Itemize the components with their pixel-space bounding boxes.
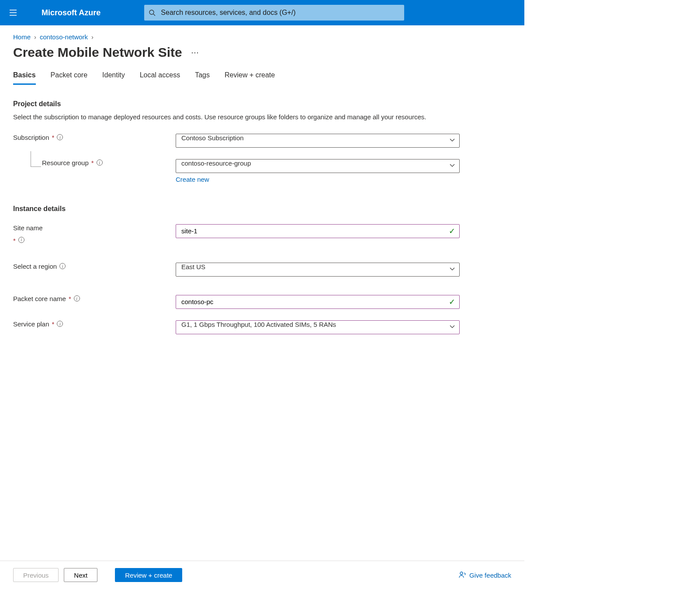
tab-packet-core[interactable]: Packet core [51, 69, 87, 85]
info-icon[interactable]: i [57, 134, 63, 140]
chevron-right-icon: › [34, 33, 36, 41]
project-details-desc: Select the subscription to manage deploy… [13, 112, 433, 122]
region-label: Select a region [13, 263, 57, 270]
more-icon[interactable]: ⋯ [191, 48, 200, 57]
instance-details-title: Instance details [13, 205, 511, 213]
region-select[interactable]: East US [176, 263, 460, 277]
tab-basics[interactable]: Basics [13, 69, 36, 85]
project-details-title: Project details [13, 100, 511, 108]
info-icon[interactable]: i [57, 321, 63, 327]
top-bar: Microsoft Azure [0, 0, 524, 25]
search-icon [149, 9, 156, 16]
service-plan-select[interactable]: G1, 1 Gbps Throughput, 100 Activated SIM… [176, 320, 460, 334]
required-asterisk: * [69, 295, 71, 302]
brand-label: Microsoft Azure [42, 8, 100, 17]
site-name-input[interactable] [176, 224, 460, 238]
info-icon[interactable]: i [74, 295, 80, 301]
breadcrumb-network[interactable]: contoso-network [40, 33, 88, 41]
required-asterisk: * [52, 320, 55, 328]
svg-point-3 [149, 10, 154, 14]
tab-tags[interactable]: Tags [195, 69, 210, 85]
info-icon[interactable]: i [18, 237, 24, 243]
subscription-label: Subscription [13, 134, 49, 141]
resource-group-label: Resource group [42, 159, 89, 166]
create-new-link[interactable]: Create new [176, 176, 209, 183]
tab-identity[interactable]: Identity [102, 69, 125, 85]
resource-group-select[interactable]: contoso-resource-group [176, 159, 460, 173]
tabs: Basics Packet core Identity Local access… [13, 69, 511, 85]
required-asterisk: * [91, 159, 94, 166]
packet-core-name-label: Packet core name [13, 295, 66, 302]
hamburger-menu-icon[interactable] [4, 4, 22, 21]
required-asterisk: * [13, 237, 16, 244]
main-content: Home › contoso-network › Create Mobile N… [0, 25, 524, 387]
svg-line-4 [153, 14, 155, 16]
global-search[interactable] [144, 5, 404, 21]
search-input[interactable] [161, 9, 400, 17]
indent-connector [31, 151, 41, 167]
site-name-label: Site name [13, 224, 43, 232]
required-asterisk: * [52, 134, 55, 141]
info-icon[interactable]: i [97, 159, 103, 166]
service-plan-label: Service plan [13, 320, 49, 328]
breadcrumb-home[interactable]: Home [13, 33, 31, 41]
info-icon[interactable]: i [59, 263, 66, 269]
page-title: Create Mobile Network Site [13, 45, 182, 60]
packet-core-name-input[interactable] [176, 295, 460, 309]
tab-local-access[interactable]: Local access [140, 69, 180, 85]
tab-review-create[interactable]: Review + create [225, 69, 275, 85]
chevron-right-icon: › [91, 33, 94, 41]
subscription-select[interactable]: Contoso Subscription [176, 134, 460, 148]
breadcrumb: Home › contoso-network › [13, 33, 511, 41]
